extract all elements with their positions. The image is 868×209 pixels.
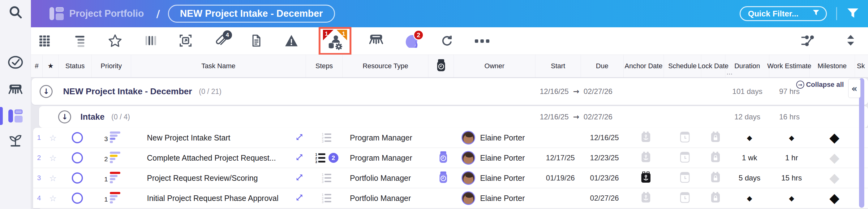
duration-cell[interactable]: 5 days bbox=[727, 168, 772, 188]
due-date-cell[interactable]: 02/27/26 bbox=[583, 188, 626, 208]
table-row[interactable]: 3 ☆ 1 Project Request Review/Scoring 123… bbox=[33, 168, 868, 188]
owner-cell[interactable]: Elaine Porter bbox=[456, 148, 538, 168]
table-row[interactable]: 4 ☆ 1 Initial Project Request Phase Appr… bbox=[33, 188, 868, 208]
status-circle[interactable] bbox=[72, 132, 83, 143]
refresh-button[interactable] bbox=[439, 33, 455, 49]
attachments-button[interactable]: 4 bbox=[213, 33, 229, 49]
col-header-work-estimate[interactable]: Work Estimate bbox=[769, 55, 809, 77]
col-header-resource-type[interactable]: Resource Type bbox=[343, 55, 428, 77]
open-task-icon[interactable] bbox=[295, 193, 304, 203]
milestone-diamond-icon[interactable]: ◆ bbox=[829, 192, 839, 205]
sidebar-item-portfolio[interactable] bbox=[0, 107, 31, 125]
priority-indicator[interactable]: 3 bbox=[105, 131, 122, 145]
quick-filter-input[interactable]: Quick Filter... bbox=[740, 6, 827, 21]
col-header-status[interactable]: Status bbox=[59, 55, 92, 77]
status-circle[interactable] bbox=[72, 152, 83, 163]
lock-date-icon[interactable] bbox=[710, 192, 721, 204]
lock-date-icon[interactable] bbox=[710, 152, 721, 164]
resource-type[interactable]: Portfolio Manager bbox=[345, 188, 431, 208]
col-header-lock-date[interactable]: Lock Date bbox=[701, 55, 725, 77]
collapse-panel-button[interactable]: « bbox=[848, 79, 861, 98]
project-summary-row[interactable]: ↓ NEW Project Intake - December (0 / 21)… bbox=[32, 78, 868, 105]
status-circle[interactable] bbox=[72, 192, 83, 204]
resource-management-button[interactable]: 1 1 bbox=[323, 30, 347, 52]
schedule-icon[interactable] bbox=[679, 172, 690, 184]
owner-cell[interactable]: Elaine Porter bbox=[456, 128, 538, 148]
grid-view-button[interactable] bbox=[36, 33, 53, 49]
collapse-project-button[interactable]: ↓ bbox=[40, 85, 53, 98]
schedule-icon[interactable] bbox=[679, 192, 690, 204]
col-header-num[interactable]: # bbox=[31, 55, 43, 77]
star-outline-icon[interactable]: ☆ bbox=[49, 133, 57, 142]
sort-button[interactable] bbox=[843, 33, 859, 49]
frame-settings-button[interactable] bbox=[178, 33, 194, 49]
star-outline-icon[interactable]: ☆ bbox=[49, 173, 57, 183]
work-estimate-cell[interactable]: 15 hrs bbox=[772, 168, 812, 188]
priority-indicator[interactable]: 2 bbox=[105, 151, 122, 165]
table-row[interactable]: 2 ☆ 2 Complete Attached Project Request.… bbox=[33, 148, 868, 168]
dependencies-button[interactable] bbox=[800, 33, 816, 49]
start-date-cell[interactable] bbox=[538, 188, 583, 208]
owner-cell[interactable]: Elaine Porter bbox=[456, 188, 538, 208]
lock-date-icon[interactable] bbox=[710, 172, 721, 184]
due-date-cell[interactable]: 12/16/25 bbox=[583, 128, 626, 148]
col-header-star[interactable]: ★ bbox=[43, 55, 59, 77]
outline-view-button[interactable] bbox=[72, 33, 88, 49]
advanced-filter-button[interactable] bbox=[846, 7, 859, 21]
col-header-due[interactable]: Due bbox=[581, 55, 624, 77]
due-date-cell[interactable]: 12/23/25 bbox=[583, 148, 626, 168]
star-outline-icon[interactable]: ☆ bbox=[49, 193, 57, 203]
collapse-group-button[interactable]: ↓ bbox=[58, 110, 71, 124]
start-date-cell[interactable] bbox=[538, 128, 583, 148]
milestone-diamond-icon[interactable]: ◆ bbox=[829, 151, 839, 164]
steps-icon-active[interactable]: 1232 bbox=[315, 152, 338, 163]
work-estimate-cell[interactable]: 1 hr bbox=[772, 148, 812, 168]
col-header-steps[interactable]: Steps bbox=[306, 55, 343, 77]
col-header-skills[interactable]: Sk bbox=[855, 55, 868, 77]
milestone-diamond-icon[interactable]: ◆ bbox=[829, 131, 839, 144]
page-title[interactable]: NEW Project Intake - December bbox=[168, 5, 335, 23]
col-header-duration[interactable]: ... Duration bbox=[725, 55, 769, 77]
star-outline-icon[interactable]: ☆ bbox=[49, 153, 57, 163]
schedule-icon[interactable] bbox=[679, 131, 690, 144]
schedule-icon[interactable] bbox=[679, 152, 690, 164]
priority-indicator[interactable]: 1 bbox=[105, 171, 122, 185]
group-summary-row[interactable]: ↓ Intake (0 / 4) 12/16/25 → 02/27/26 12 … bbox=[39, 106, 868, 128]
task-name[interactable]: Initial Project Request Phase Approval bbox=[147, 194, 278, 203]
steps-icon[interactable]: 123 bbox=[321, 193, 332, 203]
project-title[interactable]: NEW Project Intake - December bbox=[63, 86, 192, 97]
col-header-task-name[interactable]: Task Name bbox=[131, 55, 306, 77]
document-button[interactable] bbox=[248, 33, 264, 49]
task-name[interactable]: Complete Attached Project Request... bbox=[147, 154, 276, 162]
resource-type[interactable]: Program Manager bbox=[345, 128, 431, 148]
board-view-button[interactable] bbox=[368, 33, 384, 49]
owner-cell[interactable]: Elaine Porter bbox=[456, 168, 538, 188]
collapse-all-button[interactable]: → Collapse all bbox=[796, 81, 844, 89]
table-row[interactable]: 1 ☆ 3 New Project Intake Start 123 Progr… bbox=[33, 128, 868, 148]
hidden-columns-indicator[interactable]: ... bbox=[726, 69, 733, 76]
col-header-owner[interactable]: Owner bbox=[454, 55, 535, 77]
favorite-button[interactable] bbox=[107, 33, 123, 49]
resource-type[interactable]: Portfolio Manager bbox=[345, 168, 431, 188]
columns-button[interactable] bbox=[142, 33, 158, 49]
col-header-anchor-date[interactable]: Anchor Date bbox=[624, 55, 664, 77]
sidebar-item-goals[interactable] bbox=[0, 131, 31, 150]
open-task-icon[interactable] bbox=[295, 153, 304, 163]
col-header-start[interactable]: Start bbox=[535, 55, 581, 77]
sidebar-item-mywork[interactable] bbox=[0, 53, 31, 72]
sidebar-item-boards[interactable] bbox=[0, 82, 31, 100]
anchor-date-icon[interactable] bbox=[640, 192, 651, 204]
open-task-icon[interactable] bbox=[295, 133, 304, 142]
col-header-budget[interactable] bbox=[428, 55, 454, 77]
steps-icon[interactable]: 123 bbox=[321, 173, 332, 183]
search-button[interactable] bbox=[0, 3, 31, 22]
group-title[interactable]: Intake bbox=[81, 112, 104, 122]
anchor-date-icon[interactable] bbox=[640, 152, 651, 164]
due-date-cell[interactable]: 01/23/26 bbox=[583, 168, 626, 188]
more-options-button[interactable] bbox=[474, 33, 490, 49]
start-date-cell[interactable]: 12/17/25 bbox=[538, 148, 583, 168]
steps-icon[interactable]: 123 bbox=[321, 132, 332, 143]
milestone-diamond-icon[interactable]: ◆ bbox=[829, 172, 839, 184]
col-header-milestone[interactable]: Milestone bbox=[809, 55, 855, 77]
priority-indicator[interactable]: 1 bbox=[105, 191, 122, 205]
